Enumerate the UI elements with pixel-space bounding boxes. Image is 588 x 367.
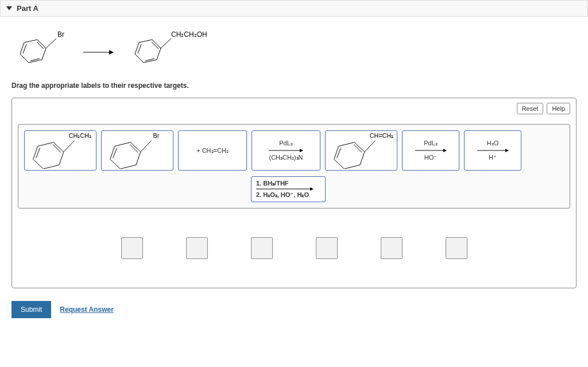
tile-line1: 1. BH₃/THF bbox=[256, 180, 289, 187]
svg-line-11 bbox=[161, 38, 171, 48]
target-box-5[interactable] bbox=[381, 237, 403, 259]
svg-marker-31 bbox=[310, 187, 314, 191]
labels-area: CH₂CH₂ Br + CH₂=CH₂ bbox=[18, 124, 570, 208]
target-box-2[interactable] bbox=[186, 237, 208, 259]
reactant-molecule: Br bbox=[11, 28, 69, 76]
targets-row bbox=[18, 208, 570, 282]
tile-top: PdL₂ bbox=[424, 140, 438, 147]
svg-line-4 bbox=[46, 38, 56, 48]
label-tile-h2o-hplus[interactable]: H₂O H⁺ bbox=[464, 130, 521, 171]
reset-button[interactable]: Reset bbox=[517, 103, 544, 114]
part-title: Part A bbox=[17, 4, 38, 13]
svg-line-15 bbox=[64, 141, 75, 152]
tile-substituent: CH=CH₂ bbox=[370, 132, 394, 139]
label-tile-benzene-br[interactable]: Br bbox=[101, 130, 173, 171]
arrow-icon bbox=[477, 148, 509, 153]
target-box-6[interactable] bbox=[446, 237, 467, 259]
help-button[interactable]: Help bbox=[547, 103, 570, 114]
tile-top: H₂O bbox=[487, 140, 499, 147]
svg-marker-27 bbox=[443, 149, 447, 152]
svg-marker-6 bbox=[109, 50, 114, 55]
product-molecule: CH₂CH₂OH bbox=[126, 28, 212, 76]
reaction-arrow-icon bbox=[80, 47, 115, 58]
label-tile-bh3-h2o2[interactable]: 1. BH₃/THF 2. H₂O₂, HO⁻, H₂O bbox=[251, 176, 326, 202]
arrow-icon bbox=[415, 148, 447, 153]
collapse-icon bbox=[6, 6, 12, 10]
labels-row-2: 1. BH₃/THF 2. H₂O₂, HO⁻, H₂O bbox=[24, 176, 564, 202]
label-tile-pdl2-amine[interactable]: PdL₂ (CH₃CH₂)₃N bbox=[252, 130, 320, 171]
tile-bottom: HO⁻ bbox=[424, 154, 438, 161]
submit-row: Submit Request Answer bbox=[0, 294, 588, 330]
svg-marker-22 bbox=[334, 142, 365, 169]
svg-marker-12 bbox=[33, 142, 64, 169]
svg-marker-16 bbox=[110, 142, 141, 169]
reactant-label: Br bbox=[57, 30, 64, 38]
svg-line-25 bbox=[365, 141, 376, 152]
label-tile-benzene-ch2ch2[interactable]: CH₂CH₂ bbox=[24, 130, 96, 171]
panel-buttons: Reset Help bbox=[517, 103, 570, 114]
submit-button[interactable]: Submit bbox=[11, 301, 51, 318]
reaction-display: Br CH₂CH₂OH bbox=[11, 22, 577, 82]
tile-text: + CH₂=CH₂ bbox=[196, 147, 229, 154]
labels-row-1: CH₂CH₂ Br + CH₂=CH₂ bbox=[24, 130, 564, 171]
part-header[interactable]: Part A bbox=[0, 0, 588, 17]
label-tile-ethylene[interactable]: + CH₂=CH₂ bbox=[178, 130, 247, 171]
tile-bottom: (CH₃CH₂)₃N bbox=[269, 154, 303, 161]
tile-substituent: CH₂CH₂ bbox=[69, 132, 91, 139]
label-tile-benzene-vinyl[interactable]: CH=CH₂ bbox=[325, 130, 397, 171]
arrow-icon bbox=[256, 187, 314, 191]
arrow-icon bbox=[269, 148, 303, 153]
product-label: CH₂CH₂OH bbox=[171, 30, 207, 38]
tile-bottom: H⁺ bbox=[489, 154, 497, 161]
svg-marker-29 bbox=[505, 149, 509, 152]
svg-marker-21 bbox=[300, 149, 303, 152]
target-box-3[interactable] bbox=[251, 237, 273, 259]
tile-line2: 2. H₂O₂, HO⁻, H₂O bbox=[256, 191, 309, 199]
svg-line-19 bbox=[141, 141, 152, 152]
request-answer-link[interactable]: Request Answer bbox=[60, 306, 114, 314]
svg-line-2 bbox=[37, 42, 44, 49]
tile-substituent: Br bbox=[153, 132, 160, 139]
content-area: Br CH₂CH₂OH Drag the appropriate labels … bbox=[0, 17, 588, 294]
svg-line-1 bbox=[23, 44, 26, 53]
tile-top: PdL₂ bbox=[279, 140, 293, 147]
target-box-4[interactable] bbox=[316, 237, 338, 259]
label-tile-pdl2-ho[interactable]: PdL₂ HO⁻ bbox=[402, 130, 459, 171]
target-box-1[interactable] bbox=[121, 237, 143, 259]
drag-panel: Reset Help CH₂CH₂ bbox=[11, 98, 577, 288]
svg-line-8 bbox=[138, 44, 141, 53]
instruction-text: Drag the appropriate labels to their res… bbox=[11, 82, 577, 95]
svg-line-9 bbox=[152, 42, 158, 49]
